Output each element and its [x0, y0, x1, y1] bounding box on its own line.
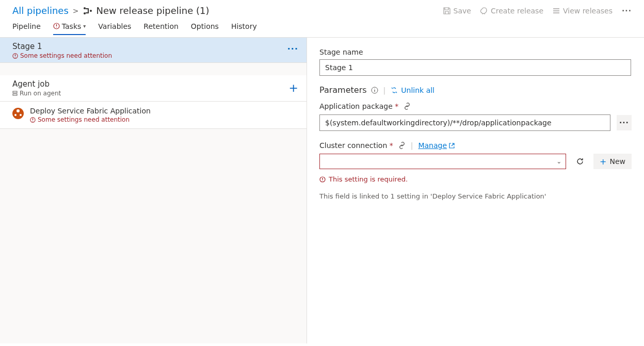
parameters-title: Parameters	[319, 85, 367, 95]
svg-point-1	[84, 12, 86, 14]
pipeline-icon	[83, 7, 92, 14]
page-title: New release pipeline (1)	[96, 5, 210, 16]
cluster-label: Cluster connection *	[319, 141, 393, 150]
svg-rect-5	[13, 91, 17, 93]
error-icon	[30, 117, 36, 123]
chevron-down-icon: ▾	[83, 23, 86, 29]
rocket-icon	[480, 7, 488, 14]
breadcrumb: All pipelines > New release pipeline (1)	[12, 5, 210, 16]
link-icon[interactable]	[404, 103, 411, 110]
cluster-select[interactable]: ⌄	[319, 154, 566, 169]
save-icon	[443, 7, 450, 14]
tab-options[interactable]: Options	[191, 22, 219, 35]
stage-name-label: Stage name	[319, 48, 632, 56]
stage-name-input[interactable]	[319, 59, 631, 76]
error-icon	[12, 53, 18, 59]
task-warning: Some settings need attention	[30, 116, 151, 123]
app-package-more-button[interactable]: ···	[617, 115, 632, 130]
header-actions: Save Create release View releases ···	[443, 7, 632, 15]
left-panel: Stage 1 Some settings need attention ···…	[0, 38, 307, 343]
app-package-input[interactable]	[319, 114, 610, 131]
manage-link[interactable]: Manage	[418, 141, 455, 150]
server-icon	[12, 91, 18, 96]
svg-point-0	[84, 7, 86, 9]
required-error: This setting is required.	[319, 175, 632, 183]
stage-warning: Some settings need attention	[12, 52, 112, 59]
right-panel: Stage name Parameters | Unlink all Appli…	[307, 38, 644, 343]
agent-job-row[interactable]: Agent job Run on agent +	[0, 75, 307, 102]
job-name: Agent job	[12, 79, 61, 89]
error-icon	[319, 176, 326, 183]
more-actions-button[interactable]: ···	[622, 7, 632, 15]
info-icon	[371, 87, 378, 94]
refresh-icon	[576, 157, 584, 166]
task-name: Deploy Service Fabric Application	[30, 107, 151, 115]
app-package-label: Application package *	[319, 102, 398, 110]
task-row[interactable]: Deploy Service Fabric Application Some s…	[0, 102, 307, 129]
chevron-right-icon: >	[73, 7, 79, 15]
unlink-all-button[interactable]: Unlink all	[391, 86, 434, 94]
breadcrumb-root[interactable]: All pipelines	[12, 5, 69, 16]
list-icon	[553, 7, 560, 14]
tab-tasks[interactable]: Tasks ▾	[53, 22, 86, 35]
chevron-down-icon: ⌄	[556, 158, 561, 165]
header: All pipelines > New release pipeline (1)…	[0, 0, 644, 19]
tab-history[interactable]: History	[231, 22, 257, 35]
svg-rect-6	[13, 94, 17, 95]
view-releases-button[interactable]: View releases	[553, 7, 613, 15]
error-icon	[53, 23, 60, 29]
new-connection-button[interactable]: + New	[593, 154, 632, 169]
tab-retention[interactable]: Retention	[143, 22, 179, 35]
link-icon[interactable]	[398, 142, 406, 149]
help-text: This field is linked to 1 setting in 'De…	[319, 192, 632, 200]
main: Stage 1 Some settings need attention ···…	[0, 38, 644, 343]
tab-pipeline[interactable]: Pipeline	[12, 22, 41, 35]
plus-icon: +	[600, 157, 606, 167]
add-task-button[interactable]: +	[289, 79, 298, 94]
stage-header[interactable]: Stage 1 Some settings need attention ···	[0, 38, 307, 63]
stage-menu-button[interactable]: ···	[287, 42, 298, 54]
save-button[interactable]: Save	[443, 7, 471, 15]
refresh-button[interactable]	[573, 155, 586, 168]
tab-variables[interactable]: Variables	[98, 22, 131, 35]
service-fabric-icon	[12, 108, 24, 119]
tab-bar: Pipeline Tasks ▾ Variables Retention Opt…	[0, 19, 644, 38]
unlink-icon	[391, 87, 398, 94]
stage-name: Stage 1	[12, 42, 112, 51]
create-release-button[interactable]: Create release	[480, 7, 543, 15]
job-sub: Run on agent	[12, 90, 61, 97]
svg-point-2	[90, 10, 92, 12]
external-link-icon	[449, 143, 455, 149]
